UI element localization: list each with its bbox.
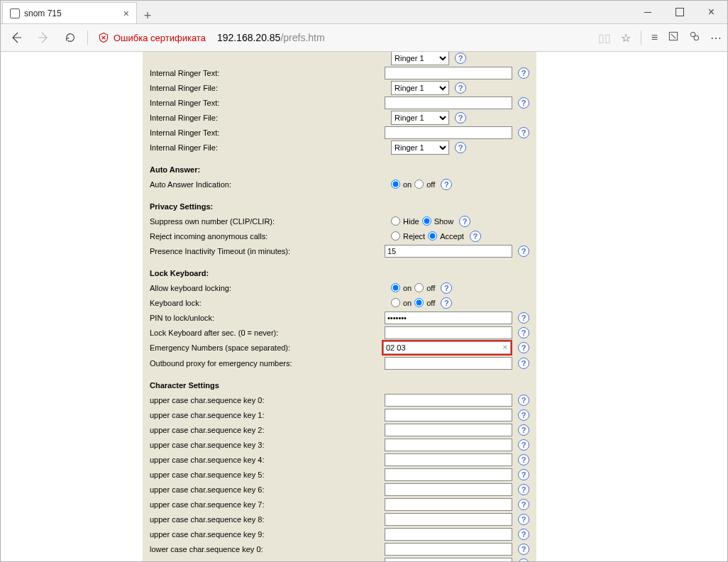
char-seq-input[interactable] [385, 543, 512, 556]
certificate-error-text: Ошибка сертификата [114, 33, 206, 43]
kblock-off-radio[interactable] [414, 298, 424, 307]
privacy-heading: Privacy Settings: [150, 199, 529, 214]
row-label: Outbound proxy for emergency numbers: [150, 359, 385, 368]
suppress-show-radio[interactable] [422, 216, 431, 226]
hub-icon[interactable]: ≡ [651, 31, 658, 44]
refresh-button[interactable] [60, 28, 80, 48]
suppress-hide-radio[interactable] [391, 216, 400, 226]
new-tab-button[interactable]: + [137, 9, 158, 23]
help-icon[interactable]: ? [518, 358, 529, 369]
accept-radio[interactable] [428, 231, 437, 241]
char-seq-input[interactable] [385, 409, 512, 422]
help-icon[interactable]: ? [459, 216, 470, 227]
address-bar[interactable]: 192.168.20.85/prefs.htm [217, 32, 325, 43]
ringer-file-select[interactable]: Ringer 1 [391, 111, 449, 125]
auto-answer-off-radio[interactable] [414, 180, 424, 189]
lock-emergency-row: Emergency Numbers (space separated): × ? [150, 340, 529, 356]
ringer-file-select[interactable]: Ringer 1 [391, 140, 449, 155]
help-icon[interactable]: ? [518, 558, 529, 562]
reject-radio[interactable] [391, 231, 400, 241]
char-seq-input[interactable] [385, 453, 512, 466]
help-icon[interactable]: ? [518, 514, 529, 525]
char-seq-input[interactable] [385, 498, 512, 511]
help-icon[interactable]: ? [518, 327, 529, 338]
help-icon[interactable]: ? [518, 544, 529, 555]
ringer-row-partial: Internal Ringer File: Ringer 1 ? [150, 52, 529, 65]
certificate-error[interactable]: Ошибка сертификата [98, 32, 206, 43]
ringer-row: Internal Ringer File:Ringer 1? [150, 110, 529, 125]
help-icon[interactable]: ? [441, 282, 452, 294]
help-icon[interactable]: ? [455, 142, 466, 153]
shield-warn-icon [98, 32, 109, 43]
kblock-on-radio[interactable] [391, 298, 400, 307]
help-icon[interactable]: ? [518, 67, 529, 79]
char-seq-input[interactable] [385, 558, 512, 562]
help-icon[interactable]: ? [518, 312, 529, 324]
auto-answer-on-radio[interactable] [391, 180, 400, 189]
char-seq-input[interactable] [385, 528, 512, 541]
help-icon[interactable]: ? [518, 469, 529, 480]
ringer-file-select[interactable]: Ringer 1 [391, 52, 449, 65]
favorite-icon[interactable]: ☆ [621, 31, 631, 45]
notes-icon[interactable] [668, 31, 679, 45]
ringer-text-input[interactable] [385, 97, 512, 109]
ringer-text-input[interactable] [385, 67, 512, 79]
help-icon[interactable]: ? [518, 424, 529, 436]
maximize-button[interactable] [663, 1, 695, 23]
row-label: Internal Ringer Text: [150, 128, 385, 137]
char-seq-input[interactable] [385, 424, 512, 436]
back-button[interactable] [6, 28, 26, 48]
char-seq-input[interactable] [385, 468, 512, 481]
help-icon[interactable]: ? [455, 112, 466, 123]
row-label: Internal Ringer File: [150, 84, 391, 92]
char-seq-input[interactable] [385, 483, 512, 496]
arrow-right-icon [36, 31, 50, 45]
allow-off-radio[interactable] [414, 283, 424, 292]
char-seq-input[interactable] [385, 513, 512, 526]
help-icon[interactable]: ? [470, 231, 481, 242]
divider [87, 31, 88, 45]
help-icon[interactable]: ? [518, 454, 529, 465]
help-icon[interactable]: ? [518, 97, 529, 109]
url-path: /prefs.htm [280, 32, 324, 43]
presence-timeout-input[interactable] [385, 245, 512, 258]
heading-text: Auto Answer: [150, 165, 391, 174]
help-icon[interactable]: ? [518, 246, 529, 257]
allow-on-radio[interactable] [391, 283, 400, 292]
reading-view-icon[interactable]: ▯▯ [598, 31, 611, 45]
forward-button[interactable] [33, 28, 53, 48]
help-icon[interactable]: ? [518, 395, 529, 406]
row-label: upper case char.sequence key 5: [150, 470, 385, 479]
help-icon[interactable]: ? [518, 409, 529, 421]
pin-input[interactable] [385, 312, 512, 324]
char-seq-row: upper case char.sequence key 7:? [150, 497, 529, 512]
help-icon[interactable]: ? [518, 127, 529, 138]
heading-text: Privacy Settings: [150, 202, 391, 211]
aftersec-input[interactable] [385, 326, 512, 339]
close-window-button[interactable]: × [695, 1, 727, 23]
help-icon[interactable]: ? [518, 499, 529, 510]
share-icon[interactable] [689, 31, 700, 45]
help-icon[interactable]: ? [518, 484, 529, 495]
help-icon[interactable]: ? [441, 179, 452, 190]
help-icon[interactable]: ? [518, 342, 529, 353]
ringer-file-select[interactable]: Ringer 1 [391, 81, 449, 95]
help-icon[interactable]: ? [518, 529, 529, 540]
help-icon[interactable]: ? [518, 439, 529, 451]
outbound-input[interactable] [385, 357, 512, 370]
emergency-input[interactable] [383, 341, 511, 354]
char-seq-input[interactable] [385, 439, 512, 451]
tab-snom[interactable]: snom 715 × [2, 2, 137, 23]
help-icon[interactable]: ? [441, 297, 452, 309]
ringer-row: Internal Ringer Text:? [150, 125, 529, 140]
ringer-text-input[interactable] [385, 126, 512, 139]
more-icon[interactable]: ⋯ [710, 31, 722, 45]
content-scroll[interactable]: Internal Ringer File: Ringer 1 ? Interna… [1, 52, 727, 561]
clear-icon[interactable]: × [503, 343, 507, 351]
help-icon[interactable]: ? [455, 82, 466, 94]
tab-close-icon[interactable]: × [123, 8, 129, 19]
help-icon[interactable]: ? [455, 53, 466, 64]
minimize-button[interactable] [632, 1, 663, 23]
char-seq-input[interactable] [385, 394, 512, 407]
row-label: upper case char.sequence key 0: [150, 396, 385, 404]
